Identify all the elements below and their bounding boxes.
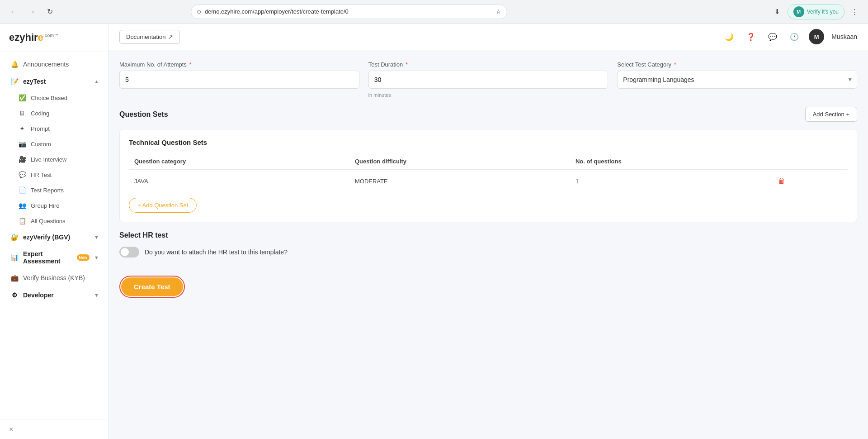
card-title: Technical Question Sets: [129, 138, 848, 146]
sidebar-item-ezytest[interactable]: 📝 ezyTest ▲: [0, 73, 108, 90]
sidebar-item-label: Choice Based: [31, 95, 67, 101]
verify-label: Verify it's you: [807, 9, 839, 15]
browser-chrome: ← → ↻ ⊙ demo.ezyhire.com/app/employer/te…: [0, 0, 868, 24]
cell-count: 1: [570, 170, 771, 193]
cell-delete: 🗑: [771, 170, 848, 193]
chevron-down-icon: ▼: [94, 234, 99, 240]
report-icon: 📄: [18, 186, 26, 194]
briefcase-icon: 💼: [10, 274, 19, 282]
group-icon: 👥: [18, 201, 26, 210]
documentation-button[interactable]: Documentation ↗: [119, 30, 180, 44]
hr-toggle-row: Do you want to attach the HR test to thi…: [119, 247, 857, 258]
add-question-set-button[interactable]: + Add Question Set: [129, 198, 197, 213]
required-indicator: *: [674, 61, 676, 68]
sidebar-item-choice-based[interactable]: ✅ Choice Based: [0, 90, 108, 105]
sidebar-item-label: Expert Assessment: [23, 250, 71, 265]
sidebar-item-announcements[interactable]: 🔔 Announcements: [0, 56, 108, 73]
max-attempts-field: Maximum No. of Attempts *: [119, 61, 359, 89]
test-duration-input[interactable]: [368, 71, 609, 89]
sidebar-item-ezyverify[interactable]: 🔐 ezyVerify (BGV) ▼: [0, 229, 108, 246]
hr-toggle-switch[interactable]: [119, 247, 139, 258]
forward-button[interactable]: →: [25, 5, 38, 18]
address-bar[interactable]: ⊙ demo.ezyhire.com/app/employer/test/cre…: [191, 5, 507, 19]
test-category-field: Select Test Category * Programming Langu…: [617, 61, 857, 89]
chat-icon[interactable]: 💬: [765, 29, 780, 44]
test-category-select-wrapper: Programming Languages ▼: [617, 71, 857, 89]
max-attempts-input[interactable]: [119, 71, 359, 89]
sidebar-item-all-questions[interactable]: 📋 All Questions: [0, 213, 108, 229]
add-section-button[interactable]: Add Section +: [805, 107, 857, 122]
download-icon[interactable]: ⬇: [771, 5, 784, 18]
duration-note: in minutes: [368, 92, 609, 98]
delete-row-button[interactable]: 🗑: [776, 175, 787, 187]
sidebar-item-label: Coding: [31, 110, 49, 117]
logo: ezyhire.com™: [9, 32, 58, 43]
hr-toggle-label: Do you want to attach the HR test to thi…: [145, 248, 288, 256]
max-attempts-label: Maximum No. of Attempts *: [119, 61, 359, 68]
verify-button[interactable]: M Verify it's you: [788, 4, 844, 19]
sidebar-item-label: Prompt: [31, 125, 50, 132]
sidebar-item-label: Test Reports: [31, 187, 64, 194]
menu-icon[interactable]: ⋮: [848, 5, 861, 18]
sidebar-item-custom[interactable]: 📷 Custom: [0, 136, 108, 152]
sidebar-item-coding[interactable]: 🖥 Coding: [0, 105, 108, 121]
required-indicator: *: [406, 61, 408, 68]
bookmark-icon[interactable]: ☆: [496, 8, 501, 15]
sidebar-bottom: ×: [0, 420, 108, 439]
chevron-down-icon: ▼: [94, 292, 99, 298]
test-category-label: Select Test Category *: [617, 61, 857, 68]
history-icon[interactable]: 🕐: [787, 29, 802, 44]
sidebar-item-label: ezyTest: [23, 78, 46, 85]
close-sidebar-button[interactable]: ×: [9, 425, 13, 433]
create-test-button[interactable]: Create Test: [121, 277, 183, 296]
table-body: JAVA MODERATE 1 🗑: [129, 170, 848, 193]
sidebar-item-test-reports[interactable]: 📄 Test Reports: [0, 182, 108, 198]
user-name[interactable]: Muskaan: [831, 33, 857, 40]
page-content: Maximum No. of Attempts * Test Duration …: [108, 50, 868, 439]
list-icon: 📋: [18, 217, 26, 225]
app-layout: ezyhire.com™ 🔔 Announcements 📝 ezyTest ▲…: [0, 24, 868, 439]
sidebar: ezyhire.com™ 🔔 Announcements 📝 ezyTest ▲…: [0, 24, 108, 439]
browser-right-actions: ⬇ M Verify it's you ⋮: [771, 4, 861, 19]
sidebar-item-prompt[interactable]: ✦ Prompt: [0, 121, 108, 136]
create-test-wrapper: Create Test: [119, 267, 857, 298]
sidebar-item-label: HR Test: [31, 172, 52, 178]
sidebar-item-expert-assessment[interactable]: 📊 Expert Assessment New ▼: [0, 246, 108, 269]
form-row: Maximum No. of Attempts * Test Duration …: [119, 61, 857, 98]
assessment-icon: 📊: [10, 253, 19, 262]
test-duration-label: Test Duration *: [368, 61, 609, 68]
reload-button[interactable]: ↻: [43, 5, 56, 18]
security-icon: ⊙: [197, 9, 201, 15]
toggle-slider: [119, 247, 139, 258]
sidebar-item-label: Developer: [23, 291, 54, 299]
test-duration-field: Test Duration * in minutes: [368, 61, 609, 98]
help-icon[interactable]: ❓: [744, 29, 758, 44]
sidebar-item-group-hire[interactable]: 👥 Group Hire: [0, 198, 108, 213]
sidebar-item-hr-test[interactable]: 💬 HR Test: [0, 167, 108, 182]
sidebar-item-label: ezyVerify (BGV): [23, 234, 70, 241]
sidebar-item-developer[interactable]: ⚙ Developer ▼: [0, 286, 108, 304]
sidebar-item-verify-business[interactable]: 💼 Verify Business (KYB): [0, 269, 108, 286]
sidebar-item-live-interview[interactable]: 🎥 Live Interview: [0, 152, 108, 167]
sidebar-item-label: Announcements: [23, 61, 69, 68]
col-header-difficulty: Question difficulty: [349, 153, 570, 170]
developer-icon: ⚙: [10, 291, 19, 299]
table-header: Question category Question difficulty No…: [129, 153, 848, 170]
test-category-select[interactable]: Programming Languages: [617, 71, 857, 89]
url-text: demo.ezyhire.com/app/employer/test/creat…: [205, 8, 492, 15]
sidebar-item-label: Live Interview: [31, 156, 66, 163]
hr-test-section: Select HR test Do you want to attach the…: [119, 231, 857, 258]
sidebar-item-label: Verify Business (KYB): [23, 274, 85, 282]
main-content: Documentation ↗ 🌙 ❓ 💬 🕐 M Muskaan Maximu…: [108, 24, 868, 439]
logo-area: ezyhire.com™: [0, 24, 108, 52]
doc-label: Documentation: [126, 33, 165, 40]
sidebar-item-label: Group Hire: [31, 202, 60, 209]
user-avatar[interactable]: M: [809, 29, 824, 44]
question-sets-card: Technical Question Sets Question categor…: [119, 129, 857, 222]
dark-mode-icon[interactable]: 🌙: [722, 29, 736, 44]
test-icon: 📝: [10, 77, 19, 86]
verify-avatar: M: [793, 6, 804, 17]
create-test-btn-border: Create Test: [119, 276, 185, 298]
question-sets-title: Question Sets: [119, 110, 168, 119]
back-button[interactable]: ←: [7, 5, 20, 18]
